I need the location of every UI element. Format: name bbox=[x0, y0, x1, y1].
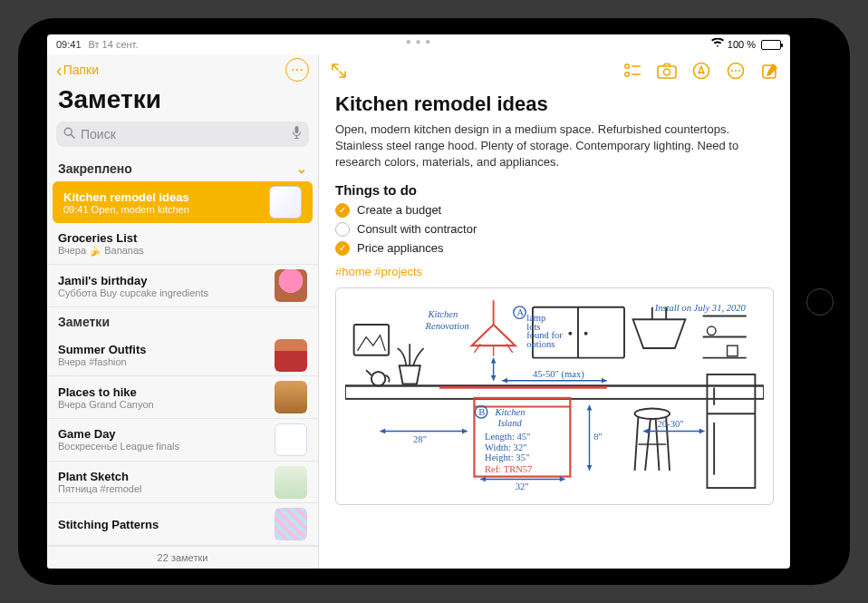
sidebar: ‹ Папки ⋯ Заметки Поиск Закрепле bbox=[47, 54, 319, 569]
wifi-icon bbox=[711, 38, 724, 51]
note-item-title: Jamil's birthday bbox=[58, 274, 267, 287]
chevron-left-icon: ‹ bbox=[56, 61, 63, 79]
svg-line-37 bbox=[635, 417, 639, 471]
checkbox-checked-icon[interactable]: ✓ bbox=[335, 203, 350, 218]
more-options-button[interactable]: ⋯ bbox=[285, 58, 309, 82]
note-thumbnail bbox=[275, 423, 307, 456]
microphone-icon[interactable] bbox=[292, 126, 302, 142]
note-thumbnail bbox=[275, 339, 307, 372]
note-body[interactable]: Kitchen remodel ideas Open, modern kitch… bbox=[319, 87, 790, 569]
note-thumbnail bbox=[275, 508, 307, 540]
todo-text: Price appliances bbox=[357, 241, 443, 255]
svg-point-20 bbox=[584, 331, 588, 335]
svg-point-0 bbox=[64, 128, 72, 135]
svg-point-10 bbox=[664, 69, 670, 75]
compose-icon[interactable] bbox=[759, 60, 781, 82]
svg-point-36 bbox=[635, 408, 670, 419]
svg-point-19 bbox=[568, 331, 572, 335]
ipad-device-frame: ● ● ● 09:41 Вт 14 сент. 100 % ‹ Папки bbox=[18, 18, 850, 585]
svg-point-35 bbox=[371, 372, 385, 385]
checkbox-unchecked-icon[interactable] bbox=[335, 222, 350, 237]
svg-point-7 bbox=[625, 73, 630, 77]
note-thumbnail bbox=[269, 186, 302, 219]
note-description: Open, modern kitchen design in a medium … bbox=[335, 122, 774, 171]
svg-text:32": 32" bbox=[516, 481, 529, 491]
search-icon bbox=[63, 127, 75, 141]
note-item-title: Places to hike bbox=[58, 385, 267, 399]
checkbox-checked-icon[interactable]: ✓ bbox=[335, 241, 350, 256]
multitask-indicator[interactable]: ● ● ● bbox=[406, 34, 432, 46]
checklist-icon[interactable] bbox=[622, 60, 643, 82]
svg-text:8": 8" bbox=[593, 432, 603, 442]
note-item-sub: Пятница #remodel bbox=[58, 483, 267, 494]
svg-text:B: B bbox=[478, 407, 485, 417]
fullscreen-icon[interactable] bbox=[328, 60, 350, 82]
svg-text:20-30": 20-30" bbox=[658, 418, 684, 428]
todo-text: Create a budget bbox=[357, 203, 441, 217]
note-item-kitchen[interactable]: Kitchen remodel ideas 09:41 Open, modern… bbox=[53, 181, 313, 223]
svg-text:Kitchen: Kitchen bbox=[427, 309, 458, 319]
svg-text:options: options bbox=[526, 339, 555, 349]
more-icon[interactable] bbox=[725, 60, 747, 82]
svg-rect-28 bbox=[354, 325, 390, 355]
markup-icon[interactable] bbox=[690, 60, 712, 82]
note-detail: Kitchen remodel ideas Open, modern kitch… bbox=[319, 54, 790, 569]
home-button[interactable] bbox=[806, 288, 834, 316]
note-thumbnail bbox=[275, 269, 307, 302]
note-item-sub: Вчера Grand Canyon bbox=[58, 399, 267, 410]
detail-toolbar bbox=[319, 54, 790, 87]
note-item-title: Kitchen remodel ideas bbox=[63, 190, 262, 204]
svg-text:Length: 45": Length: 45" bbox=[485, 432, 530, 442]
main-columns: ‹ Папки ⋯ Заметки Поиск Закрепле bbox=[47, 54, 790, 569]
battery-percent: 100 % bbox=[728, 39, 756, 50]
note-tags[interactable]: #home #projects bbox=[335, 265, 774, 278]
note-title: Kitchen remodel ideas bbox=[335, 92, 774, 116]
notes-section-header[interactable]: Заметки bbox=[47, 307, 318, 335]
back-label: Папки bbox=[63, 63, 99, 77]
svg-point-13 bbox=[731, 70, 733, 72]
note-item-sub: Воскресенье League finals bbox=[58, 441, 267, 452]
note-item-stitch[interactable]: Stitching Patterns bbox=[47, 503, 318, 546]
note-item-title: Game Day bbox=[58, 427, 267, 441]
status-time: 09:41 bbox=[56, 39, 82, 50]
svg-rect-2 bbox=[295, 126, 299, 133]
svg-point-15 bbox=[738, 70, 740, 72]
svg-point-11 bbox=[694, 63, 709, 79]
note-item-title: Stitching Patterns bbox=[58, 518, 267, 531]
todo-item[interactable]: ✓ Price appliances bbox=[335, 241, 774, 256]
notes-count: 22 заметки bbox=[47, 546, 318, 569]
note-item-sub: 09:41 Open, modern kitchen bbox=[63, 204, 262, 215]
svg-line-1 bbox=[72, 135, 75, 139]
svg-text:Kitchen: Kitchen bbox=[495, 407, 526, 417]
search-placeholder: Поиск bbox=[81, 127, 292, 141]
note-item-groceries[interactable]: Groceries List Вчера 🍌 Bananas bbox=[47, 223, 318, 265]
svg-text:45-50" (max): 45-50" (max) bbox=[533, 368, 584, 379]
status-date: Вт 14 сент. bbox=[89, 39, 139, 50]
svg-rect-27 bbox=[728, 345, 738, 356]
pinned-header-label: Закреплено bbox=[58, 161, 132, 176]
note-item-plant[interactable]: Plant Sketch Пятница #remodel bbox=[47, 462, 318, 504]
svg-text:Height: 35": Height: 35" bbox=[485, 452, 529, 462]
note-item-sub: Суббота Buy cupcake ingredients bbox=[58, 287, 267, 298]
back-button[interactable]: ‹ Папки bbox=[56, 61, 99, 79]
note-item-hike[interactable]: Places to hike Вчера Grand Canyon bbox=[47, 376, 318, 419]
svg-point-26 bbox=[707, 326, 716, 336]
svg-text:Install on July 31, 2020: Install on July 31, 2020 bbox=[654, 302, 747, 312]
svg-text:Renovation: Renovation bbox=[425, 320, 469, 330]
note-item-sub: Вчера 🍌 Bananas bbox=[58, 245, 307, 257]
screen: ● ● ● 09:41 Вт 14 сент. 100 % ‹ Папки bbox=[47, 34, 790, 569]
note-item-title: Groceries List bbox=[58, 231, 307, 245]
todo-item[interactable]: ✓ Create a budget bbox=[335, 203, 774, 218]
notes-header-label: Заметки bbox=[58, 315, 110, 329]
todo-item[interactable]: Consult with contractor bbox=[335, 222, 774, 237]
note-thumbnail bbox=[275, 466, 307, 499]
note-item-gameday[interactable]: Game Day Воскресенье League finals bbox=[47, 419, 318, 462]
note-sketch[interactable]: Kitchen Renovation Install on July 31, 2… bbox=[335, 287, 774, 505]
note-item-title: Summer Outfits bbox=[58, 343, 267, 356]
camera-icon[interactable] bbox=[656, 60, 678, 82]
search-input[interactable]: Поиск bbox=[56, 122, 309, 147]
note-item-birthday[interactable]: Jamil's birthday Суббота Buy cupcake ing… bbox=[47, 265, 318, 307]
pinned-section-header[interactable]: Закреплено ⌄ bbox=[47, 154, 318, 181]
note-item-outfits[interactable]: Summer Outfits Вчера #fashion bbox=[47, 335, 318, 377]
svg-text:Width: 32": Width: 32" bbox=[485, 442, 527, 452]
